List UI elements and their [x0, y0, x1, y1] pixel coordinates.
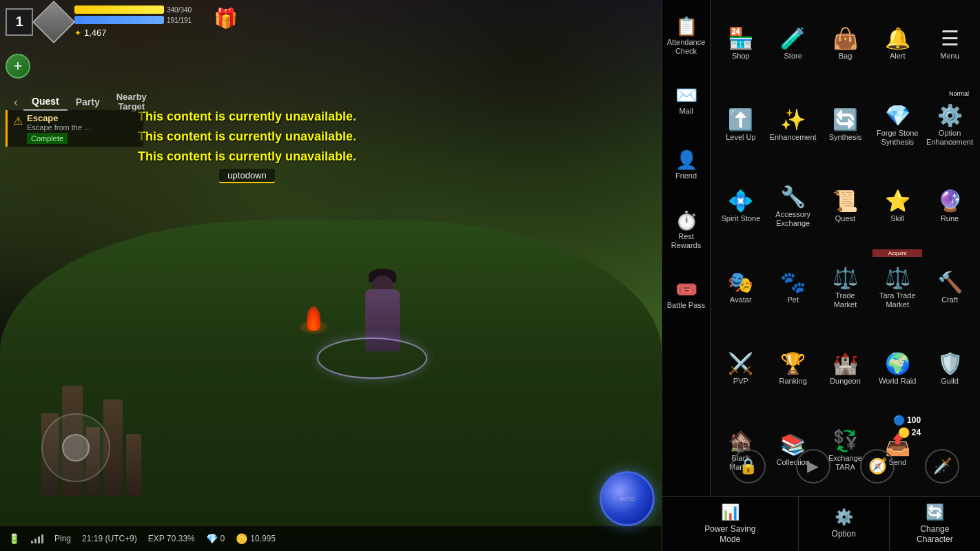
gem-value: 0 [221, 534, 225, 543]
sidebar-item-battle-pass[interactable]: 🎟️ Battle Pass [664, 264, 708, 326]
menu-item-guild[interactable]: 🛡️ Guild [925, 331, 974, 409]
sidebar-item-attendance-check[interactable]: 📋 AttendanceCheck [664, 6, 708, 67]
shop-icon: 🏪 [728, 28, 753, 49]
joystick-area[interactable] [41, 413, 110, 482]
avatar-label: Avatar [730, 295, 752, 304]
menu-item-level-up[interactable]: ⬆️ Level Up [716, 87, 766, 165]
spirit-stone-icon: 💠 [728, 191, 753, 211]
menu-item-world-raid[interactable]: 🌍 World Raid [872, 331, 922, 409]
menu-item-pet[interactable]: 🐾 Pet [768, 249, 818, 328]
sword-action-icon[interactable]: 🗡️ [925, 449, 959, 484]
quest-label: Quest [835, 214, 855, 223]
mail-icon: ✉️ [675, 86, 697, 104]
menu-item-alert[interactable]: 🔔 Alert [872, 6, 922, 84]
quest-title: Escape [27, 113, 90, 123]
tab-quest[interactable]: Quest [23, 93, 68, 111]
power-saving-icon: 📊 [721, 503, 739, 521]
unavailable-msg-1: This content is currently unavailable. [138, 107, 356, 127]
lock-icon[interactable]: 🔒 [731, 449, 766, 484]
sidebar-item-rest-rewards[interactable]: ⏱️ RestRewards [664, 200, 708, 262]
fire-effect [303, 303, 324, 331]
hp-bar-row: 340/340 [74, 6, 205, 14]
menu-item-spirit-stone[interactable]: 💠 Spirit Stone [716, 168, 766, 247]
menu-item-rune[interactable]: 🔮 Rune [925, 168, 974, 247]
gem-icon: 💎 [206, 533, 218, 544]
menu-item-avatar[interactable]: 🎭 Avatar [716, 249, 766, 328]
menu-panel: 📋 AttendanceCheck ✉️ Mail 👤 Friend ⏱️ Re… [662, 0, 980, 551]
menu-item-tara-trade-market[interactable]: Acquire ⚖️ Tara TradeMarket [872, 249, 922, 328]
dungeon-label: Dungeon [830, 377, 861, 386]
menu-item-forge-stone-synthesis[interactable]: 💎 Forge StoneSynthesis [872, 87, 922, 165]
menu-label-main: Menu [940, 52, 959, 61]
menu-item-store[interactable]: 🧪 Store [768, 6, 818, 84]
enhancement-label: Enhancement [770, 133, 817, 142]
synthesis-icon: 🔄 [833, 110, 858, 130]
menu-item-dungeon[interactable]: 🏰 Dungeon [821, 331, 870, 409]
menu-item-craft[interactable]: 🔨 Craft [925, 249, 974, 328]
power-saving-mode-button[interactable]: 📊 Power SavingMode [662, 497, 799, 551]
watermark-badge: uptodown [219, 169, 274, 183]
action-globe[interactable]: AUTO [600, 471, 655, 526]
menu-item-menu[interactable]: ☰ Menu [925, 6, 974, 84]
menu-item-quest[interactable]: 📜 Quest [821, 168, 870, 247]
friend-icon: 👤 [675, 151, 697, 169]
nav-arrow-left[interactable]: ‹ [14, 95, 18, 110]
skill-icon: ⭐ [885, 191, 910, 211]
gold-value: 10,995 [250, 534, 276, 543]
exp-display: EXP 70.33% [148, 534, 195, 543]
menu-item-accessory-exchange[interactable]: 🔧 AccessoryExchange [768, 168, 818, 247]
joystick-inner[interactable] [62, 434, 90, 461]
menu-item-trade-market[interactable]: ⚖️ TradeMarket [821, 249, 870, 328]
change-character-button[interactable]: 🔄 ChangeCharacter [890, 497, 980, 551]
world-raid-icon: 🌍 [885, 353, 910, 374]
friend-label: Friend [675, 171, 697, 180]
stat-bars: 340/340 191/191 ✦ 1,467 [74, 6, 205, 38]
signal-bars [31, 534, 43, 543]
level-up-icon: ⬆️ [728, 110, 753, 130]
compass-icon[interactable]: 🧭 [860, 449, 895, 484]
forge-stone-synthesis-icon: 💎 [885, 105, 910, 126]
tab-party[interactable]: Party [68, 94, 108, 110]
auto-label: AUTO [620, 496, 635, 502]
menu-item-bag[interactable]: 👜 Bag [821, 6, 870, 84]
pvp-label: PVP [733, 377, 748, 386]
normal-badge: Normal [946, 90, 972, 98]
sidebar-item-mail[interactable]: ✉️ Mail [664, 70, 708, 132]
gift-icon[interactable]: 🎁 [214, 7, 238, 30]
menu-item-pvp[interactable]: ⚔️ PVP [716, 331, 766, 409]
menu-item-enhancement[interactable]: ✨ Enhancement [768, 87, 818, 165]
battle-pass-icon: 🎟️ [675, 280, 697, 298]
sidebar-item-friend[interactable]: 👤 Friend [664, 135, 708, 197]
plus-button[interactable]: + [6, 54, 30, 79]
menu-item-option-enhancement[interactable]: Normal ⚙️ OptionEnhancement [925, 87, 974, 165]
skill-label: Skill [890, 214, 904, 223]
option-enhancement-icon: ⚙️ [937, 105, 963, 126]
battery-status: 🔋 [8, 533, 20, 544]
gold-icon: 🪙 [236, 533, 247, 544]
option-button[interactable]: ⚙️ Option [799, 497, 890, 551]
unavailable-messages: This content is currently unavailable. T… [138, 107, 356, 183]
joystick-outer[interactable] [41, 413, 110, 482]
menu-item-shop[interactable]: 🏪 Shop [716, 6, 766, 84]
attendance-check-icon: 📋 [675, 17, 697, 35]
player-avatar[interactable] [32, 0, 75, 43]
unavailable-msg-2: This content is currently unavailable. [138, 127, 356, 147]
alert-icon: 🔔 [885, 28, 910, 49]
rest-rewards-icon: ⏱️ [675, 211, 697, 229]
pvp-icon: ⚔️ [728, 353, 753, 374]
craft-label: Craft [941, 295, 958, 304]
accessory-exchange-icon: 🔧 [780, 187, 806, 207]
play-icon[interactable]: ▶ [796, 449, 830, 484]
ranking-icon: 🏆 [780, 353, 806, 374]
fire-core [307, 306, 320, 331]
ranking-label: Ranking [779, 377, 807, 386]
menu-item-synthesis[interactable]: 🔄 Synthesis [821, 87, 870, 165]
control-icons: 🔒 ▶ 🧭 🗡️ [711, 444, 980, 489]
hp-label: 340/340 [167, 6, 205, 14]
quest-item[interactable]: ⚠ Escape Escape from the ... Complete [6, 110, 143, 147]
mp-label: 191/191 [167, 17, 205, 24]
level-up-label: Level Up [726, 133, 755, 142]
menu-item-ranking[interactable]: 🏆 Ranking [768, 331, 818, 409]
menu-item-skill[interactable]: ⭐ Skill [872, 168, 922, 247]
spirit-stone-label: Spirit Stone [721, 214, 760, 223]
